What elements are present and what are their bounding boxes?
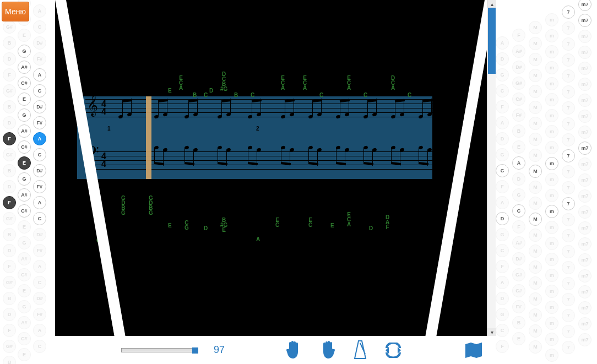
right-key-m7[interactable]: m7	[578, 301, 591, 314]
right-key-F[interactable]: F	[512, 29, 525, 42]
right-key-m7[interactable]: m7	[578, 333, 591, 346]
left-key-D[interactable]: D	[3, 180, 16, 193]
left-key-A[interactable]: A	[33, 196, 46, 209]
right-key-G[interactable]: G	[496, 148, 509, 161]
right-key-m7[interactable]: m7	[578, 189, 591, 203]
left-key-G[interactable]: G	[18, 45, 31, 58]
right-key-m7[interactable]: m7	[578, 221, 591, 235]
right-key-7[interactable]: 7	[562, 197, 575, 210]
left-key-As[interactable]: A#	[18, 252, 31, 265]
right-key-m[interactable]: m	[545, 93, 558, 106]
left-key-Ds[interactable]: D#	[33, 164, 46, 177]
right-key-D[interactable]: D	[496, 52, 509, 66]
metronome-button[interactable]	[349, 339, 371, 361]
right-key-M[interactable]: M	[529, 133, 542, 146]
left-key-Cs[interactable]: C#	[18, 268, 31, 281]
right-key-m[interactable]: m	[545, 61, 558, 74]
view-mode-button[interactable]	[463, 339, 485, 361]
left-key-Ds[interactable]: D#	[33, 36, 46, 50]
right-key-M[interactable]: M	[529, 21, 542, 34]
left-key-Fs[interactable]: F#	[33, 180, 46, 193]
left-key-E[interactable]: E	[18, 93, 31, 106]
left-hand-button[interactable]	[283, 339, 305, 361]
right-key-E[interactable]: E	[512, 140, 525, 154]
right-key-M[interactable]: M	[529, 149, 542, 162]
vertical-scrollbar[interactable]: ▴ ▾	[487, 0, 496, 336]
right-key-m[interactable]: m	[545, 109, 558, 122]
right-key-m7[interactable]: m7	[578, 317, 591, 330]
right-key-m[interactable]: m	[545, 45, 558, 58]
right-key-G[interactable]: G	[512, 188, 525, 202]
right-key-m[interactable]: m	[545, 173, 558, 186]
scroll-down-icon[interactable]: ▾	[487, 328, 496, 336]
right-key-7[interactable]: 7	[562, 229, 575, 242]
right-key-Fs[interactable]: F#	[512, 108, 525, 122]
right-key-m[interactable]: m	[545, 317, 558, 330]
left-key-E[interactable]: E	[18, 284, 31, 297]
right-key-M[interactable]: M	[529, 197, 542, 210]
right-key-M[interactable]: M	[529, 308, 542, 322]
left-key-F[interactable]: F	[3, 324, 16, 337]
left-key-Ds[interactable]: D#	[33, 228, 46, 241]
left-key-B[interactable]: B	[3, 36, 16, 50]
left-key-G[interactable]: G	[18, 300, 31, 313]
right-key-m[interactable]: m	[545, 77, 558, 90]
left-key-F[interactable]: F	[3, 260, 16, 273]
left-key-A[interactable]: A	[33, 132, 46, 145]
left-key-G[interactable]: G	[18, 108, 31, 122]
right-key-A[interactable]: A	[496, 276, 509, 289]
right-key-m7[interactable]: m7	[578, 173, 591, 187]
right-key-Gs[interactable]: G#	[512, 77, 525, 90]
right-key-G[interactable]: G	[496, 228, 509, 241]
right-key-C[interactable]: C	[496, 84, 509, 97]
right-key-F[interactable]: F	[496, 340, 509, 353]
right-key-A[interactable]: A	[496, 196, 509, 209]
right-key-F[interactable]: F	[496, 180, 509, 193]
left-key-Gs[interactable]: G#	[3, 148, 16, 161]
right-key-B[interactable]: B	[512, 316, 525, 329]
left-key-C[interactable]: C	[33, 276, 46, 289]
left-key-B[interactable]: B	[3, 356, 16, 364]
right-key-M[interactable]: M	[529, 85, 542, 98]
right-key-m[interactable]: m	[545, 125, 558, 138]
right-key-m7[interactable]: m7	[578, 142, 591, 155]
right-key-7[interactable]: 7	[562, 85, 575, 99]
right-key-m[interactable]: m	[545, 13, 558, 26]
right-key-C[interactable]: C	[496, 164, 509, 177]
right-key-m7[interactable]: m7	[578, 237, 591, 251]
right-key-F[interactable]: F	[512, 220, 525, 233]
tempo-slider[interactable]	[121, 348, 198, 352]
right-key-m7[interactable]: m7	[578, 78, 591, 91]
right-key-C[interactable]: C	[512, 204, 525, 218]
left-key-As[interactable]: A#	[18, 124, 31, 138]
right-key-Gs[interactable]: G#	[512, 268, 525, 281]
right-key-m[interactable]: m	[545, 237, 558, 250]
right-key-7[interactable]: 7	[562, 245, 575, 258]
right-key-m[interactable]: m	[545, 333, 558, 346]
right-key-M[interactable]: M	[529, 165, 542, 178]
left-key-C[interactable]: C	[33, 340, 46, 353]
right-key-M[interactable]: M	[529, 213, 542, 226]
right-key-7[interactable]: 7	[562, 261, 575, 274]
right-key-Ds[interactable]: D#	[512, 252, 525, 265]
left-key-Cs[interactable]: C#	[18, 77, 31, 90]
right-key-7[interactable]: 7	[562, 341, 575, 354]
left-key-C[interactable]: C	[33, 84, 46, 97]
right-key-G[interactable]: G	[496, 68, 509, 82]
left-key-A[interactable]: A	[33, 324, 46, 337]
right-key-C[interactable]: C	[496, 244, 509, 257]
right-key-m[interactable]: m	[545, 157, 558, 170]
right-key-7[interactable]: 7	[562, 277, 575, 290]
right-key-M[interactable]: M	[529, 117, 542, 130]
left-key-Fs[interactable]: F#	[33, 116, 46, 129]
left-key-A[interactable]: A	[33, 4, 46, 18]
left-key-Fs[interactable]: F#	[33, 244, 46, 257]
left-key-Cs[interactable]: C#	[18, 204, 31, 218]
menu-button[interactable]: Меню	[2, 2, 29, 21]
right-key-m7[interactable]: m7	[578, 269, 591, 282]
right-key-D[interactable]: D	[496, 132, 509, 145]
right-key-m7[interactable]: m7	[578, 0, 591, 11]
right-key-7[interactable]: 7	[562, 37, 575, 51]
left-key-F[interactable]: F	[3, 132, 16, 145]
right-key-m[interactable]: m	[545, 253, 558, 266]
